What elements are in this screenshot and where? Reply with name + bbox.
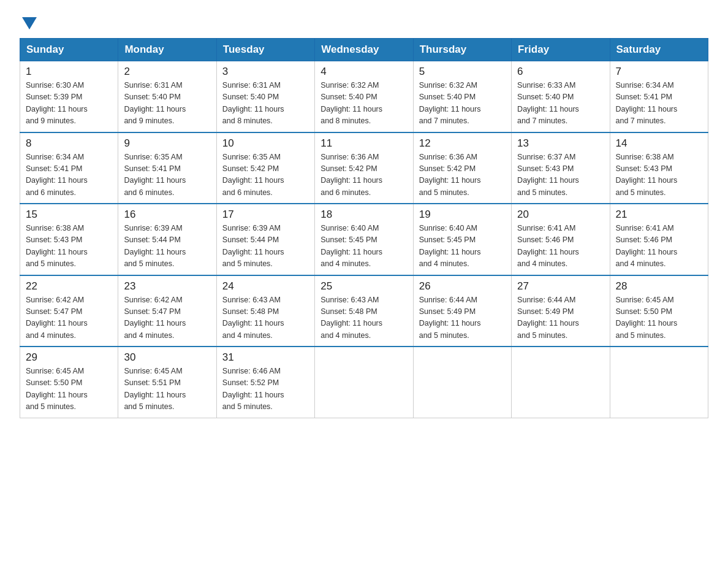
calendar-cell: 11Sunrise: 6:36 AMSunset: 5:42 PMDayligh… <box>315 132 413 204</box>
day-info: Sunrise: 6:34 AMSunset: 5:41 PMDaylight:… <box>616 80 702 128</box>
day-number: 14 <box>616 137 702 150</box>
day-info: Sunrise: 6:46 AMSunset: 5:52 PMDaylight:… <box>222 366 309 413</box>
day-info: Sunrise: 6:42 AMSunset: 5:47 PMDaylight:… <box>26 294 112 342</box>
week-row-5: 29Sunrise: 6:45 AMSunset: 5:50 PMDayligh… <box>20 347 708 418</box>
calendar-cell: 28Sunrise: 6:45 AMSunset: 5:50 PMDayligh… <box>610 275 708 347</box>
day-number: 28 <box>616 280 702 293</box>
calendar-cell: 1Sunrise: 6:30 AMSunset: 5:39 PMDaylight… <box>20 61 118 132</box>
calendar-cell: 12Sunrise: 6:36 AMSunset: 5:42 PMDayligh… <box>413 132 511 204</box>
day-info: Sunrise: 6:30 AMSunset: 5:39 PMDaylight:… <box>26 80 112 128</box>
week-row-1: 1Sunrise: 6:30 AMSunset: 5:39 PMDaylight… <box>20 61 708 132</box>
page-header <box>20 15 708 27</box>
day-number: 18 <box>320 209 407 221</box>
week-row-4: 22Sunrise: 6:42 AMSunset: 5:47 PMDayligh… <box>20 275 708 347</box>
day-info: Sunrise: 6:45 AMSunset: 5:50 PMDaylight:… <box>616 294 702 342</box>
day-number: 11 <box>320 137 407 150</box>
calendar-cell <box>512 347 610 418</box>
day-info: Sunrise: 6:43 AMSunset: 5:48 PMDaylight:… <box>222 294 309 342</box>
calendar-cell: 2Sunrise: 6:31 AMSunset: 5:40 PMDaylight… <box>118 61 216 132</box>
calendar-cell: 20Sunrise: 6:41 AMSunset: 5:46 PMDayligh… <box>512 204 610 275</box>
day-info: Sunrise: 6:39 AMSunset: 5:44 PMDaylight:… <box>222 223 309 270</box>
calendar-cell: 25Sunrise: 6:43 AMSunset: 5:48 PMDayligh… <box>315 275 413 347</box>
day-info: Sunrise: 6:36 AMSunset: 5:42 PMDaylight:… <box>320 151 407 199</box>
calendar-cell: 3Sunrise: 6:31 AMSunset: 5:40 PMDaylight… <box>216 61 314 132</box>
day-info: Sunrise: 6:32 AMSunset: 5:40 PMDaylight:… <box>320 80 407 128</box>
calendar-cell: 13Sunrise: 6:37 AMSunset: 5:43 PMDayligh… <box>512 132 610 204</box>
day-number: 1 <box>26 66 112 78</box>
day-number: 4 <box>320 66 407 78</box>
day-number: 3 <box>222 66 309 78</box>
calendar-cell: 8Sunrise: 6:34 AMSunset: 5:41 PMDaylight… <box>20 132 118 204</box>
day-number: 8 <box>26 137 112 150</box>
day-info: Sunrise: 6:43 AMSunset: 5:48 PMDaylight:… <box>320 294 407 342</box>
day-number: 26 <box>419 280 506 293</box>
day-info: Sunrise: 6:31 AMSunset: 5:40 PMDaylight:… <box>124 80 210 128</box>
day-number: 29 <box>26 351 112 364</box>
day-info: Sunrise: 6:35 AMSunset: 5:41 PMDaylight:… <box>124 151 210 199</box>
day-info: Sunrise: 6:41 AMSunset: 5:46 PMDaylight:… <box>517 223 604 270</box>
header-friday: Friday <box>512 39 610 61</box>
day-number: 7 <box>616 66 702 78</box>
calendar-cell: 23Sunrise: 6:42 AMSunset: 5:47 PMDayligh… <box>118 275 216 347</box>
logo-triangle-icon <box>22 17 37 29</box>
calendar-body: 1Sunrise: 6:30 AMSunset: 5:39 PMDaylight… <box>20 61 708 418</box>
calendar-cell: 17Sunrise: 6:39 AMSunset: 5:44 PMDayligh… <box>216 204 314 275</box>
week-row-2: 8Sunrise: 6:34 AMSunset: 5:41 PMDaylight… <box>20 132 708 204</box>
header-sunday: Sunday <box>20 39 118 61</box>
calendar-cell: 19Sunrise: 6:40 AMSunset: 5:45 PMDayligh… <box>413 204 511 275</box>
day-info: Sunrise: 6:38 AMSunset: 5:43 PMDaylight:… <box>616 151 702 199</box>
calendar-cell: 5Sunrise: 6:32 AMSunset: 5:40 PMDaylight… <box>413 61 511 132</box>
calendar-cell: 22Sunrise: 6:42 AMSunset: 5:47 PMDayligh… <box>20 275 118 347</box>
calendar-cell: 10Sunrise: 6:35 AMSunset: 5:42 PMDayligh… <box>216 132 314 204</box>
header-monday: Monday <box>118 39 216 61</box>
day-info: Sunrise: 6:33 AMSunset: 5:40 PMDaylight:… <box>517 80 604 128</box>
day-number: 21 <box>616 209 702 221</box>
calendar-cell: 6Sunrise: 6:33 AMSunset: 5:40 PMDaylight… <box>512 61 610 132</box>
calendar-cell <box>610 347 708 418</box>
calendar-cell: 21Sunrise: 6:41 AMSunset: 5:46 PMDayligh… <box>610 204 708 275</box>
header-row: SundayMondayTuesdayWednesdayThursdayFrid… <box>20 39 708 61</box>
day-number: 23 <box>124 280 210 293</box>
day-info: Sunrise: 6:37 AMSunset: 5:43 PMDaylight:… <box>517 151 604 199</box>
day-number: 30 <box>124 351 210 364</box>
day-info: Sunrise: 6:44 AMSunset: 5:49 PMDaylight:… <box>419 294 506 342</box>
calendar-cell: 15Sunrise: 6:38 AMSunset: 5:43 PMDayligh… <box>20 204 118 275</box>
day-number: 9 <box>124 137 210 150</box>
calendar-cell: 7Sunrise: 6:34 AMSunset: 5:41 PMDaylight… <box>610 61 708 132</box>
day-info: Sunrise: 6:32 AMSunset: 5:40 PMDaylight:… <box>419 80 506 128</box>
day-info: Sunrise: 6:38 AMSunset: 5:43 PMDaylight:… <box>26 223 112 270</box>
calendar-cell: 24Sunrise: 6:43 AMSunset: 5:48 PMDayligh… <box>216 275 314 347</box>
header-thursday: Thursday <box>413 39 511 61</box>
day-info: Sunrise: 6:45 AMSunset: 5:50 PMDaylight:… <box>26 366 112 413</box>
day-number: 13 <box>517 137 604 150</box>
day-number: 24 <box>222 280 309 293</box>
day-info: Sunrise: 6:45 AMSunset: 5:51 PMDaylight:… <box>124 366 210 413</box>
calendar-cell: 27Sunrise: 6:44 AMSunset: 5:49 PMDayligh… <box>512 275 610 347</box>
day-info: Sunrise: 6:40 AMSunset: 5:45 PMDaylight:… <box>320 223 407 270</box>
day-info: Sunrise: 6:42 AMSunset: 5:47 PMDaylight:… <box>124 294 210 342</box>
header-saturday: Saturday <box>610 39 708 61</box>
day-info: Sunrise: 6:41 AMSunset: 5:46 PMDaylight:… <box>616 223 702 270</box>
header-tuesday: Tuesday <box>216 39 314 61</box>
calendar-header: SundayMondayTuesdayWednesdayThursdayFrid… <box>20 39 708 61</box>
calendar-table: SundayMondayTuesdayWednesdayThursdayFrid… <box>20 38 708 418</box>
day-number: 19 <box>419 209 506 221</box>
day-number: 31 <box>222 351 309 364</box>
day-number: 20 <box>517 209 604 221</box>
calendar-cell: 16Sunrise: 6:39 AMSunset: 5:44 PMDayligh… <box>118 204 216 275</box>
day-number: 6 <box>517 66 604 78</box>
day-number: 10 <box>222 137 309 150</box>
day-number: 2 <box>124 66 210 78</box>
day-info: Sunrise: 6:34 AMSunset: 5:41 PMDaylight:… <box>26 151 112 199</box>
day-info: Sunrise: 6:36 AMSunset: 5:42 PMDaylight:… <box>419 151 506 199</box>
week-row-3: 15Sunrise: 6:38 AMSunset: 5:43 PMDayligh… <box>20 204 708 275</box>
logo <box>20 15 37 27</box>
calendar-cell: 14Sunrise: 6:38 AMSunset: 5:43 PMDayligh… <box>610 132 708 204</box>
day-number: 5 <box>419 66 506 78</box>
day-info: Sunrise: 6:39 AMSunset: 5:44 PMDaylight:… <box>124 223 210 270</box>
header-wednesday: Wednesday <box>315 39 413 61</box>
day-number: 25 <box>320 280 407 293</box>
day-info: Sunrise: 6:31 AMSunset: 5:40 PMDaylight:… <box>222 80 309 128</box>
calendar-cell: 4Sunrise: 6:32 AMSunset: 5:40 PMDaylight… <box>315 61 413 132</box>
calendar-cell <box>315 347 413 418</box>
